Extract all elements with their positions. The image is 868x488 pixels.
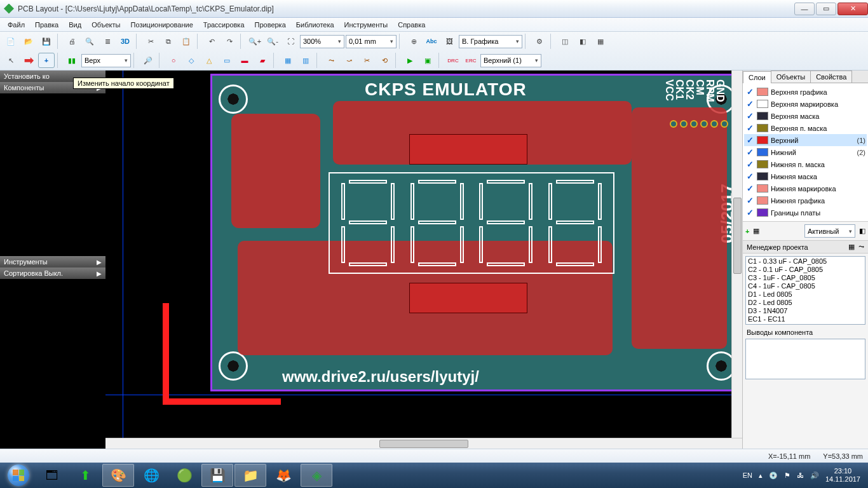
lang-indicator[interactable]: EN bbox=[743, 471, 752, 479]
menu-tools[interactable]: Инструменты bbox=[339, 20, 393, 30]
layer1-combo[interactable]: Верх bbox=[81, 54, 131, 67]
layer-swatch[interactable] bbox=[757, 100, 768, 108]
layer-checkbox[interactable]: ✓ bbox=[745, 147, 754, 157]
layer-swatch[interactable] bbox=[757, 112, 768, 120]
list-icon[interactable]: ≣ bbox=[99, 34, 116, 49]
tray-flag-icon[interactable]: ⚑ bbox=[784, 471, 790, 480]
list-item[interactable]: D2 - Led 0805 bbox=[748, 299, 863, 307]
tray-net-icon[interactable]: 🖧 bbox=[797, 471, 804, 479]
tab-props[interactable]: Свойства bbox=[810, 71, 852, 83]
minimize-button[interactable]: — bbox=[794, 3, 815, 15]
cut-icon[interactable]: ✂ bbox=[142, 34, 159, 49]
list-item[interactable]: D1 - Led 0805 bbox=[748, 290, 863, 299]
route4-icon[interactable]: ⟲ bbox=[376, 53, 393, 68]
hscrollbar[interactable] bbox=[105, 438, 742, 449]
layer-checkbox[interactable]: ✓ bbox=[745, 208, 754, 217]
tray-vol-icon[interactable]: 🔊 bbox=[810, 471, 819, 480]
grid1-icon[interactable]: ▦ bbox=[280, 53, 296, 68]
task-explorer-icon[interactable]: 🗔 bbox=[36, 464, 68, 487]
tray-up-icon[interactable]: ▴ bbox=[759, 471, 763, 480]
component-list[interactable]: C1 - 0.33 uF - CAP_0805C2 - 0.1 uF - CAP… bbox=[745, 256, 865, 325]
shape-fill-icon[interactable]: ▰ bbox=[254, 53, 271, 68]
layer-checkbox[interactable]: ✓ bbox=[745, 196, 754, 205]
menu-help[interactable]: Справка bbox=[393, 20, 430, 30]
task-folder-icon[interactable]: 📁 bbox=[234, 464, 266, 487]
layer-color-icon[interactable]: ◧ bbox=[859, 227, 865, 235]
layer-row[interactable]: ✓ Нижняя п. маска bbox=[744, 158, 867, 170]
open-icon[interactable]: 📂 bbox=[20, 34, 37, 49]
layer-checkbox[interactable]: ✓ bbox=[745, 111, 754, 121]
task-firefox-icon[interactable]: 🦊 bbox=[268, 464, 299, 487]
close-button[interactable]: ✕ bbox=[837, 3, 868, 15]
task-ie-icon[interactable]: 🌐 bbox=[135, 464, 167, 487]
layer-swatch[interactable] bbox=[757, 136, 768, 144]
print-icon[interactable]: 🖨 bbox=[64, 34, 80, 49]
zoom-out-icon[interactable]: 🔍- bbox=[264, 34, 281, 49]
drc-icon[interactable]: ⚙ bbox=[531, 34, 548, 49]
undo-icon[interactable]: ↶ bbox=[203, 34, 220, 49]
threed-button[interactable]: 3D bbox=[117, 34, 133, 49]
menu-positioning[interactable]: Позиционирование bbox=[126, 20, 198, 30]
rendermode-combo[interactable]: В. Графика bbox=[459, 35, 522, 48]
layer-row[interactable]: ✓ Верхняя п. маска bbox=[744, 122, 867, 134]
maximize-button[interactable]: ▭ bbox=[816, 3, 836, 15]
menu-check[interactable]: Проверка bbox=[250, 20, 291, 30]
route2-icon[interactable]: ⤻ bbox=[341, 53, 357, 68]
layer-swatch[interactable] bbox=[757, 88, 768, 96]
drc-label-icon[interactable]: DRC bbox=[445, 53, 461, 68]
layer-mode-combo[interactable]: Активный bbox=[804, 224, 855, 238]
route1-icon[interactable]: ⤳ bbox=[323, 53, 339, 68]
layer-swatch[interactable] bbox=[757, 148, 768, 156]
task-paint-icon[interactable]: 🎨 bbox=[102, 464, 134, 487]
mgr-icon2[interactable]: ⤳ bbox=[858, 243, 864, 251]
layer-swatch[interactable] bbox=[757, 172, 768, 180]
mgr-icon1[interactable]: ▦ bbox=[848, 243, 855, 251]
list-item[interactable]: D3 - 1N4007 bbox=[748, 307, 863, 315]
layer-row[interactable]: ✓ Границы платы bbox=[744, 207, 867, 219]
layer-checkbox[interactable]: ✓ bbox=[745, 87, 754, 97]
vscrollbar[interactable] bbox=[731, 71, 742, 438]
step-icon[interactable]: ▣ bbox=[419, 53, 436, 68]
sort-header[interactable]: Сортировка Выкл.▶ bbox=[0, 268, 105, 279]
layer-checkbox[interactable]: ✓ bbox=[745, 135, 754, 145]
cursor-icon[interactable]: ↖ bbox=[3, 53, 19, 68]
layer-checkbox[interactable]: ✓ bbox=[745, 184, 754, 193]
instruments-header[interactable]: Инструменты▶ bbox=[0, 256, 105, 268]
origin-set-button[interactable]: + bbox=[38, 53, 55, 68]
zoom-in-icon[interactable]: 🔍+ bbox=[247, 34, 263, 49]
list-item[interactable]: C3 - 1uF - CAP_0805 bbox=[748, 274, 863, 282]
layer-row[interactable]: ✓ Нижняя маркировка bbox=[744, 182, 867, 194]
grid2-icon[interactable]: ▥ bbox=[297, 53, 314, 68]
layer-settings-icon[interactable]: ▦ bbox=[753, 227, 759, 235]
route3-icon[interactable]: ✂ bbox=[358, 53, 375, 68]
layer2-combo[interactable]: Верхний (1) bbox=[480, 54, 541, 67]
task-pcb-icon[interactable]: ◈ bbox=[301, 464, 332, 487]
zoom-combo[interactable]: 300% bbox=[300, 35, 344, 48]
menu-view[interactable]: Вид bbox=[64, 20, 86, 30]
misc3-icon[interactable]: ▦ bbox=[592, 34, 609, 49]
list-item[interactable]: C2 - 0.1 uF - CAP_0805 bbox=[748, 266, 863, 274]
preview-icon[interactable]: 🔍 bbox=[81, 34, 98, 49]
layer-swatch[interactable] bbox=[757, 208, 768, 217]
paste-icon[interactable]: 📋 bbox=[178, 34, 194, 49]
menu-file[interactable]: Файл bbox=[3, 20, 30, 30]
new-icon[interactable]: 📄 bbox=[3, 34, 19, 49]
tray-disc-icon[interactable]: 💿 bbox=[769, 471, 778, 480]
save-icon[interactable]: 💾 bbox=[38, 34, 55, 49]
tab-objects[interactable]: Объекты bbox=[771, 71, 811, 83]
misc2-icon[interactable]: ◧ bbox=[574, 34, 591, 49]
menu-objects[interactable]: Объекты bbox=[86, 20, 125, 30]
menu-library[interactable]: Библиотека bbox=[291, 20, 339, 30]
tab-layers[interactable]: Слои bbox=[743, 71, 771, 83]
menu-routing[interactable]: Трассировка bbox=[198, 20, 250, 30]
layer-row[interactable]: ✓ Нижняя графика bbox=[744, 194, 867, 207]
layer-row[interactable]: ✓ Нижняя маска bbox=[744, 170, 867, 182]
layer-row[interactable]: ✓ Нижний (2) bbox=[744, 146, 867, 158]
layer-checkbox[interactable]: ✓ bbox=[745, 123, 754, 133]
layer-row[interactable]: ✓ Верхняя маркировка bbox=[744, 98, 867, 110]
list-item[interactable]: EC1 - EC11 bbox=[748, 315, 863, 323]
redo-icon[interactable]: ↷ bbox=[221, 34, 238, 49]
play-icon[interactable]: ▶ bbox=[402, 53, 418, 68]
menu-edit[interactable]: Правка bbox=[30, 20, 64, 30]
pcb-canvas[interactable]: CKPS EMULATOR VCC CK1 CK2 CM RPM GND 05/… bbox=[105, 71, 742, 438]
